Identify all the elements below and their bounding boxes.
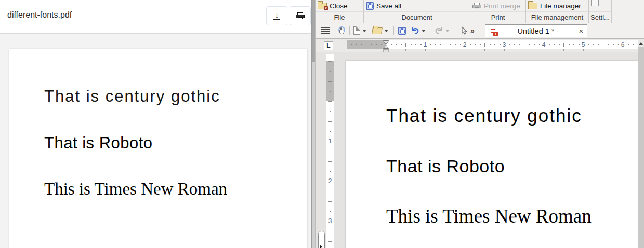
margin-guide-horizontal xyxy=(346,101,638,101)
chevron-up-icon xyxy=(639,42,643,45)
pdf-filename: different-fonts.pdf xyxy=(7,10,72,20)
redo-icon xyxy=(435,26,443,35)
textmaker-document-icon: T xyxy=(490,27,496,35)
pdf-viewer-pane: different-fonts.pdf ↓ That is century go… xyxy=(0,0,311,248)
ribbon-group-label: Document xyxy=(364,11,470,23)
scroll-up-button[interactable] xyxy=(638,39,644,47)
document-tab-title: Untitled 1 * xyxy=(496,27,575,35)
redo-button[interactable] xyxy=(435,25,450,36)
ruler-row: L 123456 xyxy=(316,39,638,52)
tab-close-icon[interactable]: × xyxy=(575,26,587,35)
ribbon-group-file: x Close File xyxy=(316,0,364,23)
print-button[interactable] xyxy=(290,6,311,25)
pdf-vertical-scrollbar[interactable] xyxy=(311,0,316,248)
dropdown-icon[interactable] xyxy=(422,30,426,32)
save-button[interactable] xyxy=(398,25,406,36)
file-manager-button[interactable]: File manager xyxy=(528,2,581,10)
ribbon-group-label: File xyxy=(316,11,363,23)
print-merge-icon xyxy=(472,3,481,9)
dropdown-icon[interactable] xyxy=(362,30,366,32)
ribbon-group-file-management: File manager File management xyxy=(526,0,589,23)
expand-arrow-icon xyxy=(320,245,322,248)
pdf-page: That is century gothic That is Roboto Th… xyxy=(9,49,307,248)
document-text-line: That is Roboto xyxy=(386,156,505,176)
tab-stop-selector[interactable]: L xyxy=(324,41,333,50)
ribbon-group-label: Print xyxy=(470,11,525,23)
document-workspace: 123 That is century gothic That is Robot… xyxy=(316,52,638,248)
new-document-icon xyxy=(353,26,360,35)
undo-button[interactable] xyxy=(411,25,426,36)
ribbon-toolbar: x Close File Save all Document Print mer… xyxy=(316,0,644,23)
quick-toolbar: » T Untitled 1 * × xyxy=(316,23,644,39)
document-tab[interactable]: T Untitled 1 * × xyxy=(485,24,587,37)
pdf-header: different-fonts.pdf ↓ xyxy=(0,0,311,34)
save-all-button[interactable]: Save all xyxy=(366,2,401,10)
vertical-ruler: 123 xyxy=(326,54,334,248)
ribbon-group-label: File management xyxy=(526,11,588,23)
ribbon-group-document: Save all Document xyxy=(364,0,470,23)
toolbar-separator xyxy=(393,26,394,35)
horizontal-ruler: 123456 xyxy=(347,40,638,49)
file-manager-icon xyxy=(528,3,537,9)
close-button[interactable]: x Close xyxy=(318,2,348,10)
open-document-button[interactable] xyxy=(372,25,388,36)
pan-hand-button[interactable] xyxy=(337,25,346,36)
toolbar-separator xyxy=(334,26,334,35)
folder-close-icon: x xyxy=(318,3,327,9)
ribbon-group-settings: Setti... xyxy=(589,0,612,23)
menu-button[interactable] xyxy=(321,25,330,36)
pdf-text-line: That is century gothic xyxy=(44,87,220,106)
document-page[interactable]: That is century gothic That is Roboto Th… xyxy=(346,61,638,248)
pdf-text-line: That is Roboto xyxy=(44,134,153,153)
printer-icon xyxy=(296,12,305,19)
save-icon xyxy=(398,27,406,35)
dropdown-icon[interactable] xyxy=(384,30,388,32)
print-merge-button[interactable]: Print merge xyxy=(472,2,520,10)
select-pointer-icon xyxy=(461,26,468,35)
toolbar-overflow-button[interactable]: » xyxy=(470,25,475,36)
pan-hand-icon xyxy=(337,26,346,35)
undo-icon xyxy=(411,26,419,35)
scrollbar-track[interactable] xyxy=(638,47,644,248)
editor-vertical-scrollbar[interactable] xyxy=(638,39,644,248)
download-button[interactable]: ↓ xyxy=(266,6,287,25)
download-icon: ↓ xyxy=(273,12,280,20)
pdf-text-line: This is Times New Roman xyxy=(44,180,227,199)
toolbar-separator xyxy=(349,26,350,35)
editor-pane: x Close File Save all Document Print mer… xyxy=(316,0,644,248)
ribbon-group-print: Print merge Print xyxy=(470,0,526,23)
settings-partial-icon[interactable] xyxy=(591,0,599,6)
document-text-line: This is Times New Roman xyxy=(386,205,592,227)
toolbar-separator xyxy=(457,26,457,35)
save-all-icon xyxy=(366,2,374,10)
sidebar-expand-handle[interactable] xyxy=(318,231,325,248)
document-text-line: That is century gothic xyxy=(386,105,582,126)
ruler-left-margin xyxy=(347,40,386,49)
menu-icon xyxy=(321,27,330,34)
overflow-icon: » xyxy=(470,26,475,35)
new-document-button[interactable] xyxy=(353,25,366,36)
ribbon-group-label: Setti... xyxy=(589,11,611,23)
select-pointer-button[interactable] xyxy=(461,25,468,36)
open-folder-icon xyxy=(372,27,383,34)
ribbon-empty-space xyxy=(612,0,644,23)
dropdown-icon[interactable] xyxy=(445,30,450,32)
